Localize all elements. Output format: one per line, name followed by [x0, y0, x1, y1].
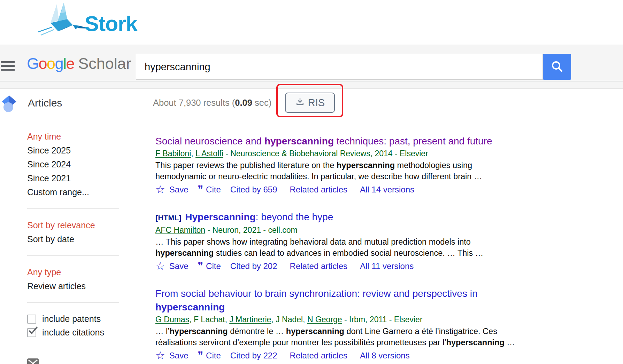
text-segment: hyperscanning	[169, 327, 228, 336]
sidebar-divider	[27, 349, 119, 349]
author-link[interactable]: G Dumas	[155, 315, 189, 324]
text-segment: hyperscanning	[446, 338, 505, 347]
text-segment: … l’	[155, 327, 169, 336]
text-segment: : beyond the hype	[256, 212, 333, 222]
save-button[interactable]: Save	[169, 261, 189, 271]
related-articles-link[interactable]: Related articles	[290, 351, 347, 361]
cited-by-link[interactable]: Cited by 202	[230, 261, 277, 271]
result-title[interactable]: From social behaviour to brain synchroni…	[155, 287, 518, 314]
sidebar-item-sort-by-relevance[interactable]: Sort by relevance	[27, 218, 121, 232]
sidebar-section: include patentsinclude citations	[27, 312, 121, 339]
cited-by-link[interactable]: Cited by 222	[230, 351, 277, 361]
star-icon[interactable]: ☆	[155, 184, 165, 195]
author-link[interactable]: J Martinerie	[229, 315, 271, 324]
result-authors: G Dumas, F Lachat, J Martinerie, J Nadel…	[155, 314, 518, 325]
search-input[interactable]	[136, 54, 543, 80]
sidebar-item-review-articles[interactable]: Review articles	[27, 279, 121, 293]
sidebar-section: Any timeSince 2025Since 2024Since 2021Cu…	[27, 129, 121, 199]
checkbox-unchecked[interactable]	[27, 315, 36, 324]
hamburger-menu-icon[interactable]	[1, 61, 15, 71]
google-scholar-logo[interactable]: GoogleScholar	[27, 55, 131, 72]
ris-button-label: RIS	[308, 97, 325, 109]
sidebar-divider	[27, 208, 119, 209]
search-result: Social neuroscience and hyperscanning te…	[155, 134, 518, 195]
scholar-page: Stork GoogleScholar Articles About 7,930…	[0, 0, 623, 364]
cited-by-link[interactable]: Cited by 659	[230, 185, 277, 195]
cite-button[interactable]: Cite	[206, 261, 221, 271]
sidebar: Any timeSince 2025Since 2024Since 2021Cu…	[27, 129, 121, 364]
text-segment: From social behaviour to brain synchroni…	[155, 288, 477, 299]
text-segment: hyperscanning	[155, 248, 214, 258]
result-snippet: … l’hyperscanning démontre le … hypersca…	[155, 326, 518, 348]
text-segment: hyperscanning	[337, 161, 395, 170]
sidebar-item-custom-range[interactable]: Custom range...	[27, 185, 121, 199]
text-segment: About 7,930 results (	[153, 98, 235, 108]
result-title[interactable]: [HTML]Hyperscanning: beyond the hype	[155, 210, 518, 224]
text-segment: Hyperscanning	[185, 212, 255, 222]
all-versions-link[interactable]: All 14 versions	[360, 185, 414, 195]
google-logo-letter: G	[27, 55, 39, 72]
text-segment: hyperscanning	[155, 302, 225, 312]
author-link[interactable]: AFC Hamilton	[155, 225, 205, 235]
cite-icon[interactable]: ❞	[198, 261, 203, 271]
result-actions: ☆Save❞CiteCited by 202Related articlesAl…	[155, 261, 518, 271]
sidebar-item-since-2021[interactable]: Since 2021	[27, 171, 121, 185]
format-tag: [HTML]	[155, 214, 182, 222]
sidebar-item-sort-by-date[interactable]: Sort by date	[27, 232, 121, 246]
save-button[interactable]: Save	[169, 351, 189, 361]
download-icon	[295, 97, 305, 109]
cite-icon[interactable]: ❞	[198, 184, 203, 195]
text-segment: studies can lead to advances in embodied…	[214, 248, 483, 258]
cite-button[interactable]: Cite	[206, 351, 221, 361]
text-segment: This paper reviews the published literat…	[155, 161, 337, 170]
google-logo-letter: l	[63, 55, 66, 72]
related-articles-link[interactable]: Related articles	[290, 185, 347, 195]
sidebar-section: Any typeReview articles	[27, 265, 121, 293]
all-versions-link[interactable]: All 8 versions	[360, 351, 410, 361]
checkbox-label: include patents	[42, 314, 101, 324]
cite-button[interactable]: Cite	[206, 185, 221, 195]
text-segment: 0.09	[235, 98, 252, 108]
text-segment: techniques: past, present and future	[334, 136, 492, 147]
text-segment: réalisations serviront d’exemple pour mo…	[155, 338, 446, 347]
star-icon[interactable]: ☆	[155, 261, 165, 271]
result-title[interactable]: Social neuroscience and hyperscanning te…	[155, 134, 518, 148]
sidebar-section: Sort by relevanceSort by date	[27, 218, 121, 246]
sidebar-item-since-2025[interactable]: Since 2025	[27, 143, 121, 157]
cite-icon[interactable]: ❞	[198, 350, 203, 361]
text-segment: , F Lachat,	[189, 315, 229, 324]
star-icon[interactable]: ☆	[155, 350, 165, 361]
result-snippet: This paper reviews the published literat…	[155, 160, 518, 182]
text-segment: hyperscanning	[286, 327, 344, 336]
checkbox-row-include-patents[interactable]: include patents	[27, 312, 121, 326]
result-actions: ☆Save❞CiteCited by 222Related articlesAl…	[155, 350, 518, 361]
author-link[interactable]: L Astolfi	[195, 149, 223, 158]
all-versions-link[interactable]: All 11 versions	[360, 261, 414, 271]
text-segment: - Irbm, 2011 - Elsevier	[342, 315, 423, 324]
author-link[interactable]: N George	[307, 315, 342, 324]
related-articles-link[interactable]: Related articles	[290, 261, 347, 271]
checkbox-label: include citations	[42, 327, 104, 338]
result-authors: AFC Hamilton - Neuron, 2021 - cell.com	[155, 225, 518, 236]
result-actions: ☆Save❞CiteCited by 659Related articlesAl…	[155, 184, 518, 195]
result-snippet: … This paper shows how integrating behav…	[155, 237, 518, 259]
ris-download-button[interactable]: RIS	[285, 93, 335, 113]
save-button[interactable]: Save	[169, 185, 189, 195]
result-authors: F Babiloni, L Astolfi - Neuroscience & B…	[155, 148, 518, 159]
tab-articles[interactable]: Articles	[28, 89, 62, 117]
google-logo-letter: g	[55, 55, 63, 72]
sidebar-item-any-type[interactable]: Any type	[27, 265, 121, 279]
google-logo-colored: Google	[27, 55, 74, 72]
envelope-icon[interactable]	[27, 358, 121, 364]
text-segment: methodologies using	[395, 161, 472, 170]
sidebar-item-since-2024[interactable]: Since 2024	[27, 157, 121, 171]
search-icon	[551, 60, 563, 74]
author-link[interactable]: F Babiloni	[155, 149, 191, 158]
stork-header: Stork	[0, 0, 623, 45]
search-button[interactable]	[543, 54, 571, 80]
checkbox-checked[interactable]	[27, 328, 36, 337]
text-segment: …	[505, 338, 515, 347]
sidebar-item-any-time[interactable]: Any time	[27, 129, 121, 143]
stork-bird-icon	[37, 3, 89, 39]
checkbox-row-include-citations[interactable]: include citations	[27, 326, 121, 339]
